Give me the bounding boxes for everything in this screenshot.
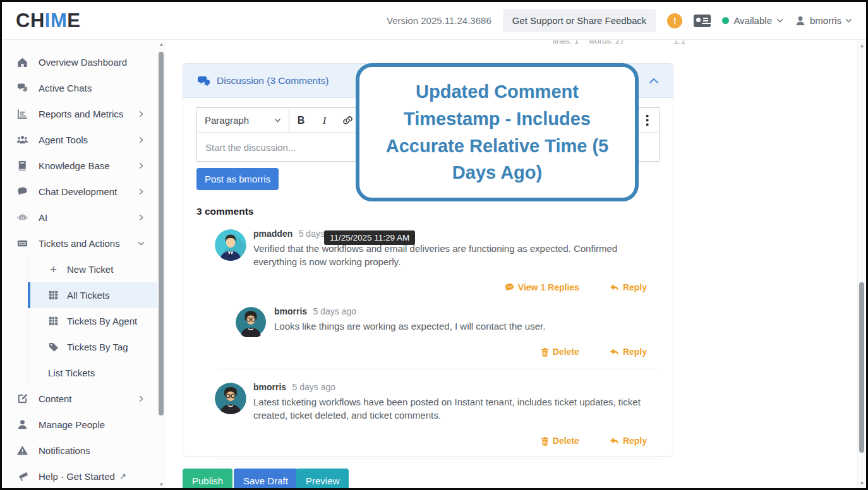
report-chart-icon bbox=[16, 108, 28, 120]
chime-logo: CHIME bbox=[16, 9, 80, 32]
availability-dropdown[interactable]: Available bbox=[722, 15, 783, 26]
sidebar-item-chat-development[interactable]: Chat Development bbox=[2, 179, 157, 205]
save-draft-button[interactable]: Save Draft bbox=[234, 469, 298, 490]
contact-card-icon[interactable] bbox=[694, 15, 711, 27]
home-icon bbox=[16, 56, 28, 68]
comment-timestamp[interactable]: 5 days ago bbox=[313, 306, 357, 316]
sidebar-item-list-tickets[interactable]: List Tickets bbox=[28, 360, 157, 386]
tag-icon bbox=[48, 342, 59, 352]
reply-label: Reply bbox=[623, 436, 647, 446]
chats-icon bbox=[16, 82, 28, 94]
words-count: words: 27 bbox=[589, 40, 624, 45]
reply-arrow-icon bbox=[610, 284, 619, 292]
grid-table-icon bbox=[48, 316, 59, 326]
sidebar-item-label: Tickets and Actions bbox=[39, 238, 120, 249]
reply-button[interactable]: Reply bbox=[610, 347, 647, 357]
sidebar-item-label: Tickets By Agent bbox=[67, 316, 137, 326]
scrollbar-thumb[interactable] bbox=[859, 282, 864, 453]
italic-button[interactable]: I bbox=[313, 108, 336, 133]
sidebar-item-new-ticket[interactable]: + New Ticket bbox=[28, 256, 157, 282]
sidebar-item-reports-and-metrics[interactable]: Reports and Metrics bbox=[2, 101, 157, 127]
bold-button[interactable]: B bbox=[289, 108, 313, 133]
edit-content-icon bbox=[16, 393, 28, 405]
warning-triangle-icon bbox=[16, 445, 28, 457]
sidebar-item-help-get-started[interactable]: Help - Get Started ↗ bbox=[2, 463, 157, 488]
sidebar-item-tickets-by-tag[interactable]: Tickets By Tag bbox=[28, 334, 157, 360]
logo-part-dark2: E bbox=[67, 9, 80, 32]
delete-button[interactable]: Delete bbox=[541, 347, 579, 357]
comment-timestamp[interactable]: 5 days ago bbox=[292, 382, 336, 392]
scroll-up-arrow[interactable]: ▲ bbox=[858, 42, 866, 49]
lines-count: lines: 1 bbox=[553, 40, 579, 45]
version-label: Version 2025.11.24.3686 bbox=[387, 15, 491, 26]
preview-button[interactable]: Preview bbox=[296, 469, 349, 490]
sidebar-item-all-tickets[interactable]: All Tickets bbox=[28, 282, 157, 308]
sidebar-item-label: Content bbox=[39, 393, 72, 404]
comment-author: bmorris bbox=[274, 306, 307, 316]
user-dropdown[interactable]: bmorris bbox=[795, 15, 852, 27]
agents-icon bbox=[16, 134, 28, 146]
sidebar-item-label: Tickets By Tag bbox=[67, 342, 128, 352]
logo-part-dark: CH bbox=[16, 9, 45, 32]
comment-author: bmorris bbox=[253, 382, 286, 392]
external-link-icon: ↗ bbox=[119, 472, 126, 481]
avatar-pmadden bbox=[215, 229, 246, 261]
scrollbar-thumb[interactable] bbox=[159, 52, 164, 415]
available-status-dot bbox=[722, 17, 729, 24]
grid-table-icon bbox=[48, 290, 59, 301]
sidebar-item-label: Active Chats bbox=[39, 83, 92, 93]
comments-list: pmadden 5 days ago Verified that the wor… bbox=[196, 228, 660, 458]
chevron-up-icon bbox=[649, 77, 659, 85]
sidebar-item-overview-dashboard[interactable]: Overview Dashboard bbox=[2, 49, 157, 75]
delete-label: Delete bbox=[553, 436, 579, 446]
comment-divider bbox=[217, 458, 660, 458]
post-comment-button[interactable]: Post as bmorris bbox=[196, 168, 279, 190]
view-replies-label: View 1 Replies bbox=[518, 282, 579, 292]
sidebar-item-knowledge-base[interactable]: Knowledge Base bbox=[2, 153, 157, 179]
app-window: CHIME Version 2025.11.24.3686 Get Suppor… bbox=[0, 0, 868, 490]
collapse-panel-button[interactable] bbox=[649, 77, 659, 85]
scroll-down-arrow[interactable]: ▼ bbox=[157, 481, 166, 488]
username-label: bmorris bbox=[810, 15, 841, 26]
trash-icon bbox=[541, 347, 549, 357]
person-icon bbox=[795, 15, 806, 27]
chevron-right-icon bbox=[138, 162, 145, 169]
availability-label: Available bbox=[733, 15, 772, 26]
sidebar-item-label: Chat Development bbox=[39, 186, 117, 197]
sidebar-item-label: Knowledge Base bbox=[39, 160, 110, 171]
robot-icon bbox=[16, 212, 28, 224]
reply-label: Reply bbox=[623, 282, 647, 292]
discussion-title: Discussion (3 Comments) bbox=[217, 75, 329, 87]
sidebar-item-tickets-and-actions[interactable]: Tickets and Actions bbox=[2, 230, 157, 256]
publish-button[interactable]: Publish bbox=[183, 469, 232, 490]
scroll-up-arrow[interactable]: ▲ bbox=[157, 40, 166, 48]
sidebar-item-notifications[interactable]: Notifications bbox=[2, 438, 157, 463]
logo-part-blue: IM bbox=[45, 9, 67, 32]
main-scrollbar[interactable]: ▲ ▼ bbox=[857, 40, 865, 488]
sidebar-item-manage-people[interactable]: Manage People bbox=[2, 412, 157, 438]
sidebar-item-content[interactable]: Content bbox=[2, 386, 157, 412]
chevron-right-icon bbox=[138, 395, 145, 402]
sidebar-item-agent-tools[interactable]: Agent Tools bbox=[2, 127, 157, 153]
sidebar-item-label: New Ticket bbox=[67, 264, 113, 275]
comment-text: Verified that the workflows and email de… bbox=[253, 242, 658, 268]
sidebar-item-label: All Tickets bbox=[67, 290, 110, 301]
paragraph-style-dropdown[interactable]: Paragraph bbox=[197, 108, 289, 133]
sidebar-item-tickets-by-agent[interactable]: Tickets By Agent bbox=[28, 308, 157, 334]
sidebar-item-ai[interactable]: AI bbox=[2, 205, 157, 230]
reply-button[interactable]: Reply bbox=[610, 436, 647, 446]
delete-button[interactable]: Delete bbox=[541, 436, 579, 446]
chevron-right-icon bbox=[138, 136, 145, 143]
sidebar-item-label: Overview Dashboard bbox=[39, 57, 127, 68]
scroll-down-arrow[interactable]: ▼ bbox=[858, 479, 866, 487]
view-replies-button[interactable]: View 1 Replies bbox=[505, 282, 579, 292]
sidebar-item-active-chats[interactable]: Active Chats bbox=[2, 75, 157, 101]
link-icon bbox=[342, 115, 353, 126]
delete-label: Delete bbox=[553, 347, 579, 357]
chevron-down-icon bbox=[776, 17, 783, 24]
trash-icon bbox=[541, 436, 549, 446]
reply-button[interactable]: Reply bbox=[610, 282, 647, 292]
sidebar-scrollbar[interactable]: ▲ ▼ bbox=[157, 40, 166, 488]
warning-icon[interactable]: ! bbox=[667, 13, 682, 28]
support-feedback-button[interactable]: Get Support or Share Feedback bbox=[503, 9, 656, 32]
